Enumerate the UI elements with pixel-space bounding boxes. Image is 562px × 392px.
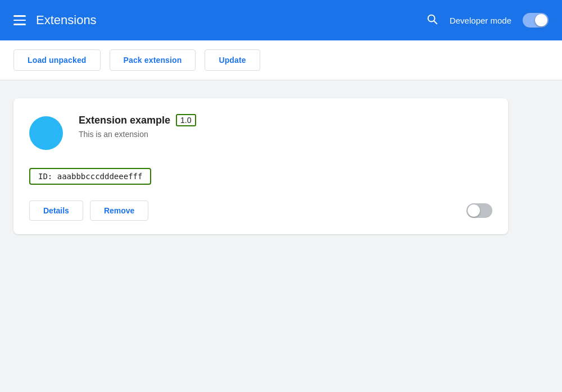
- extension-id-row: ID: aaabbbcccdddeeefff: [29, 168, 492, 185]
- details-button[interactable]: Details: [29, 200, 83, 221]
- extension-card: Extension example 1.0 This is an extensi…: [13, 98, 508, 234]
- card-actions: Details Remove: [29, 200, 148, 221]
- extension-enable-toggle[interactable]: [466, 203, 492, 218]
- toggle-thumb: [535, 14, 547, 26]
- menu-icon[interactable]: [13, 15, 26, 25]
- extension-description: This is an extension: [79, 130, 492, 139]
- extension-icon: [29, 116, 63, 150]
- update-button[interactable]: Update: [205, 49, 260, 71]
- toolbar: Load unpacked Pack extension Update: [0, 40, 562, 80]
- load-unpacked-button[interactable]: Load unpacked: [13, 49, 101, 71]
- extension-id: ID: aaabbbcccdddeeefff: [29, 168, 151, 185]
- toggle-track: [523, 13, 549, 28]
- developer-mode-label: Developer mode: [450, 16, 511, 25]
- header-right: Developer mode: [426, 13, 549, 28]
- extension-name: Extension example: [79, 115, 170, 126]
- header-left: Extensions: [13, 13, 97, 28]
- extension-name-row: Extension example 1.0: [79, 114, 492, 126]
- extension-info: Extension example 1.0 This is an extensi…: [79, 114, 492, 139]
- app-header: Extensions Developer mode: [0, 0, 562, 40]
- remove-button[interactable]: Remove: [90, 200, 148, 221]
- developer-mode-toggle[interactable]: [523, 13, 549, 28]
- card-toggle-thumb: [468, 204, 480, 217]
- app-title: Extensions: [36, 13, 97, 28]
- search-icon[interactable]: [426, 13, 438, 28]
- card-toggle-track: [466, 203, 492, 218]
- version-badge: 1.0: [176, 114, 196, 126]
- pack-extension-button[interactable]: Pack extension: [110, 49, 196, 71]
- card-top: Extension example 1.0 This is an extensi…: [29, 114, 492, 150]
- card-bottom: Details Remove: [29, 200, 492, 221]
- svg-line-1: [434, 21, 437, 24]
- main-content: Extension example 1.0 This is an extensi…: [0, 80, 562, 252]
